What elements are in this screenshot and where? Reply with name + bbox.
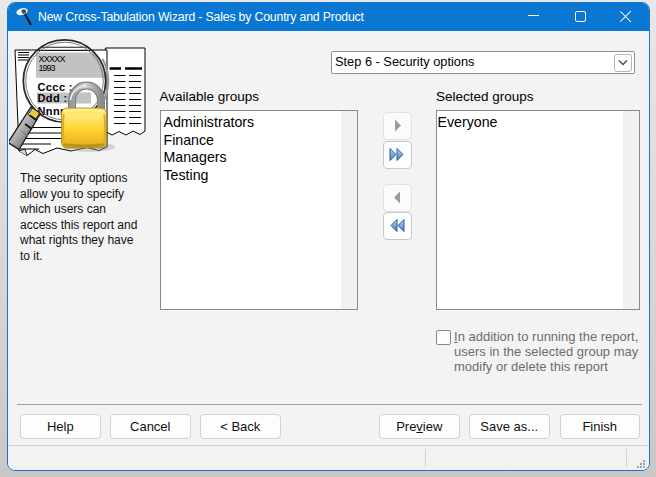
- svg-text:1993: 1993: [39, 63, 56, 73]
